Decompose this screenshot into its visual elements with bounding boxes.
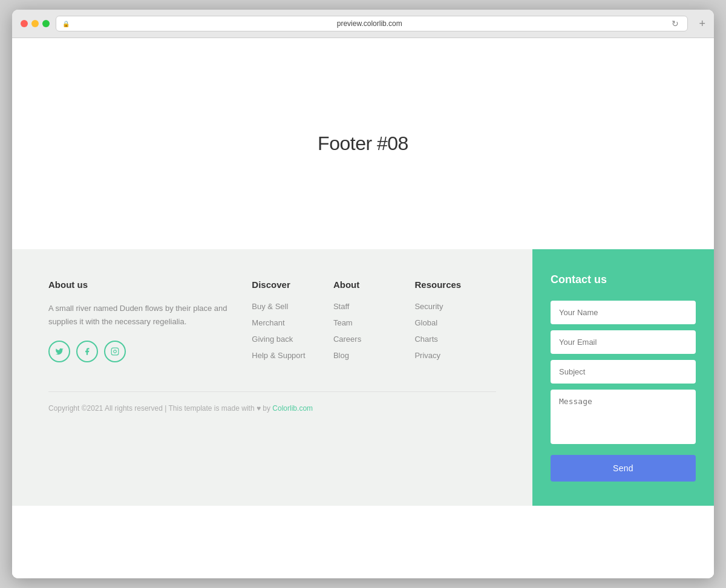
contact-heading: Contact us <box>551 273 696 286</box>
browser-window: 🔒 preview.colorlib.com ↻ + Footer #08 Ab… <box>12 10 714 578</box>
discover-link-2[interactable]: Giving back <box>252 335 333 344</box>
browser-chrome: 🔒 preview.colorlib.com ↻ + <box>12 10 714 38</box>
resources-link-0[interactable]: Security <box>414 302 496 311</box>
page-title: Footer #08 <box>318 132 408 155</box>
discover-heading: Discover <box>252 279 333 290</box>
resources-link-3[interactable]: Privacy <box>414 351 496 360</box>
new-tab-button[interactable]: + <box>699 18 705 30</box>
resources-link-2[interactable]: Charts <box>414 335 496 344</box>
footer-left: About us A small river named Duden flows… <box>12 249 532 506</box>
page-content: Footer #08 About us A small river named … <box>12 38 714 578</box>
social-icons <box>48 341 252 362</box>
resources-heading: Resources <box>414 279 496 290</box>
subject-input[interactable] <box>551 360 696 384</box>
footer-col-about-links: About Staff Team Careers Blog <box>333 279 415 367</box>
lock-icon: 🔒 <box>62 21 70 27</box>
footer-section: About us A small river named Duden flows… <box>12 249 714 506</box>
address-bar: 🔒 preview.colorlib.com ↻ <box>56 16 688 31</box>
footer-bottom: Copyright ©2021 All rights reserved | Th… <box>48 391 496 413</box>
twitter-icon[interactable] <box>48 341 70 362</box>
reload-button[interactable]: ↻ <box>669 19 681 28</box>
hero-area: Footer #08 <box>12 38 714 249</box>
about-link-2[interactable]: Careers <box>333 335 415 344</box>
svg-rect-0 <box>111 348 119 355</box>
colorlib-link[interactable]: Colorlib.com <box>272 404 313 413</box>
footer-col-resources: Resources Security Global Charts Privacy <box>414 279 496 367</box>
about-link-3[interactable]: Blog <box>333 351 415 360</box>
bottom-area <box>12 506 714 578</box>
url-text: preview.colorlib.com <box>73 19 666 28</box>
facebook-icon[interactable] <box>76 341 98 362</box>
about-link-0[interactable]: Staff <box>333 302 415 311</box>
resources-link-1[interactable]: Global <box>414 318 496 327</box>
discover-link-0[interactable]: Buy & Sell <box>252 302 333 311</box>
discover-link-3[interactable]: Help & Support <box>252 351 333 360</box>
footer-inner: About us A small river named Duden flows… <box>12 249 714 506</box>
about-text: A small river named Duden flows by their… <box>48 302 252 328</box>
footer-col-about: About us A small river named Duden flows… <box>48 279 252 367</box>
name-input[interactable] <box>551 301 696 324</box>
send-button[interactable]: Send <box>551 455 696 482</box>
footer-columns: About us A small river named Duden flows… <box>48 279 496 367</box>
copyright-text: Copyright ©2021 All rights reserved | Th… <box>48 404 272 413</box>
instagram-icon[interactable] <box>104 341 126 362</box>
about-heading: About us <box>48 279 252 290</box>
minimize-button[interactable] <box>31 20 39 27</box>
about-col-heading: About <box>333 279 415 290</box>
email-input[interactable] <box>551 330 696 354</box>
footer-col-discover: Discover Buy & Sell Merchant Giving back… <box>252 279 333 367</box>
traffic-lights <box>21 20 50 27</box>
contact-panel: Contact us Send <box>532 249 714 506</box>
close-button[interactable] <box>21 20 28 27</box>
maximize-button[interactable] <box>42 20 50 27</box>
about-link-1[interactable]: Team <box>333 318 415 327</box>
message-textarea[interactable] <box>551 390 696 444</box>
discover-link-1[interactable]: Merchant <box>252 318 333 327</box>
